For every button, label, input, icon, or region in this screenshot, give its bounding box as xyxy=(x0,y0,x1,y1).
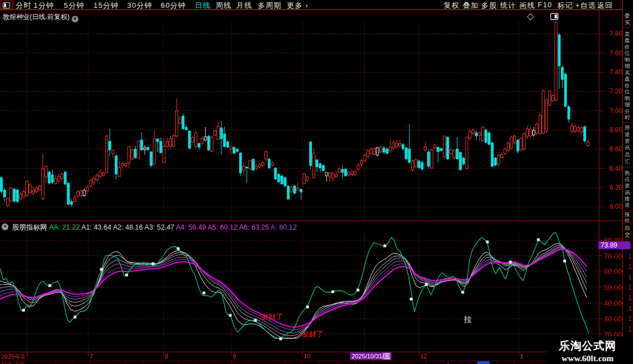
svg-text:拉: 拉 xyxy=(464,315,472,324)
svg-text:“发财了: “发财了 xyxy=(259,312,283,321)
svg-text:“发财了: “发财了 xyxy=(299,330,323,338)
